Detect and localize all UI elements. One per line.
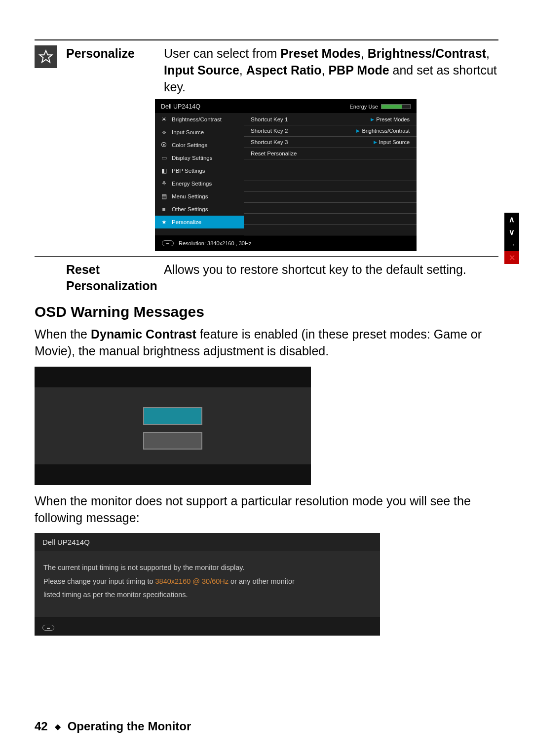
- msg-body: The current input timing is not supporte…: [35, 551, 380, 617]
- msg-line: listed timing as per the monitor specifi…: [43, 588, 371, 602]
- personalize-icon: [35, 45, 57, 68]
- menu-label: Color Settings: [172, 142, 207, 148]
- empty-row: [244, 225, 417, 235]
- key: Reset Personalize: [251, 151, 320, 156]
- shortcut-3[interactable]: Shortcut Key 3▶Input Source: [244, 137, 417, 148]
- osd-screenshot: Dell UP2414Q Energy Use ☀Brightness/Cont…: [155, 99, 498, 251]
- dialog-screenshot: [35, 367, 311, 485]
- msg-footer: ▬: [35, 617, 380, 636]
- text-bold: Brightness/Contrast: [368, 46, 486, 60]
- text: Please change your input timing to: [43, 577, 155, 585]
- divider-top: [35, 39, 498, 40]
- footer-title: Operating the Monitor: [68, 719, 191, 733]
- nav-close-button[interactable]: ✕: [504, 251, 519, 264]
- text-bold: Aspect Ratio: [246, 63, 322, 77]
- menu-energy[interactable]: ⚘Energy Settings: [155, 177, 244, 190]
- personalize-label: Personalize: [66, 45, 155, 62]
- msg-line: The current input timing is not supporte…: [43, 561, 371, 575]
- osd-nav-buttons: ∧ ∨ → ✕: [504, 213, 519, 264]
- triangle-icon: ▶: [371, 117, 374, 122]
- color-icon: ⦿: [160, 141, 168, 149]
- reset-row: Reset Personalization Allows you to rest…: [66, 262, 498, 294]
- menu-label: Brightness/Contrast: [172, 116, 222, 122]
- key: Shortcut Key 1: [251, 116, 320, 122]
- text: ,: [361, 46, 368, 60]
- osd-submenu: Shortcut Key 1▶Preset Modes Shortcut Key…: [244, 113, 417, 235]
- val: Brightness/Contrast: [362, 128, 410, 134]
- text: or any other monitor: [228, 577, 295, 585]
- menu-pbp[interactable]: ◧PBP Settings: [155, 164, 244, 177]
- menu-input-source[interactable]: ⎆Input Source: [155, 126, 244, 139]
- text: ,: [486, 46, 490, 60]
- energy-bar-icon: [381, 104, 411, 109]
- triangle-icon: ▶: [374, 140, 377, 145]
- empty-row: [244, 203, 417, 214]
- nav-enter-button[interactable]: →: [504, 238, 519, 251]
- text-bold: Dynamic Contrast: [91, 327, 196, 341]
- triangle-icon: ▶: [356, 128, 360, 133]
- val: Preset Modes: [376, 116, 410, 122]
- page-footer: 42 ◆ Operating the Monitor: [35, 719, 191, 733]
- empty-row: [244, 214, 417, 225]
- reset-desc: Allows you to restore shortcut key to th…: [164, 262, 498, 294]
- osd-header: Dell UP2414Q Energy Use: [155, 99, 417, 113]
- empty-row: [244, 170, 417, 181]
- menu-personalize[interactable]: ★Personalize: [155, 216, 244, 228]
- menu-label: Display Settings: [172, 155, 212, 161]
- pbp-icon: ◧: [160, 167, 168, 175]
- empty-row: [244, 159, 417, 170]
- menu-label: Input Source: [172, 129, 204, 135]
- warning-para-2: When the monitor does not support a part…: [35, 493, 498, 527]
- empty-row: [244, 192, 417, 203]
- osd-menu: ☀Brightness/Contrast ⎆Input Source ⦿Colo…: [155, 113, 244, 235]
- msg-line: Please change your input timing to 3840x…: [43, 575, 371, 589]
- energy-icon: ⚘: [160, 180, 168, 188]
- menu-menu[interactable]: ▤Menu Settings: [155, 190, 244, 203]
- text-bold: Input Source: [164, 63, 239, 77]
- nav-up-button[interactable]: ∧: [504, 213, 519, 226]
- reset-personalize[interactable]: Reset Personalize: [244, 148, 417, 159]
- menu-brightness[interactable]: ☀Brightness/Contrast: [155, 113, 244, 126]
- other-icon: ≡: [160, 205, 168, 213]
- dialog-button-secondary[interactable]: [143, 432, 202, 450]
- display-icon: ▭: [160, 154, 168, 162]
- menu-label: Personalize: [172, 219, 201, 225]
- page-number: 42: [35, 719, 48, 733]
- svg-marker-0: [40, 51, 52, 63]
- menu-display[interactable]: ▭Display Settings: [155, 151, 244, 164]
- text-bold: PBP Mode: [328, 63, 389, 77]
- key: Shortcut Key 3: [251, 139, 320, 145]
- val: Input Source: [379, 139, 410, 145]
- nav-down-button[interactable]: ∨: [504, 226, 519, 238]
- divider-mid: [35, 256, 498, 257]
- reset-label: Reset Personalization: [66, 262, 155, 294]
- menu-label: Other Settings: [172, 206, 208, 212]
- menu-icon: ▤: [160, 192, 168, 200]
- empty-row: [244, 181, 417, 192]
- star-icon: ★: [160, 218, 168, 226]
- menu-other[interactable]: ≡Other Settings: [155, 203, 244, 216]
- menu-color[interactable]: ⦿Color Settings: [155, 139, 244, 151]
- dialog-header: [35, 367, 311, 387]
- key: Shortcut Key 2: [251, 128, 320, 134]
- shortcut-2[interactable]: Shortcut Key 2▶Brightness/Contrast: [244, 125, 417, 137]
- brightness-icon: ☀: [160, 115, 168, 123]
- menu-label: Energy Settings: [172, 181, 212, 187]
- dialog-button-primary[interactable]: [143, 407, 202, 425]
- msg-model: Dell UP2414Q: [35, 533, 380, 551]
- text-highlight: 3840x2160 @ 30/60Hz: [155, 577, 229, 585]
- shortcut-1[interactable]: Shortcut Key 1▶Preset Modes: [244, 114, 417, 125]
- osd-footer: ▬ Resolution: 3840x2160 , 30Hz: [155, 235, 417, 251]
- diamond-icon: ◆: [55, 722, 61, 731]
- osd-warning-heading: OSD Warning Messages: [35, 303, 498, 320]
- menu-label: PBP Settings: [172, 168, 205, 174]
- personalize-desc: User can select from Preset Modes, Brigh…: [164, 45, 498, 95]
- warning-para-1: When the Dynamic Contrast feature is ena…: [35, 326, 498, 360]
- port-icon: ▬: [162, 240, 174, 246]
- text-bold: Preset Modes: [280, 46, 361, 60]
- osd-model: Dell UP2414Q: [161, 103, 200, 110]
- menu-label: Menu Settings: [172, 193, 208, 199]
- text: When the: [35, 327, 91, 341]
- unsupported-msg-screenshot: Dell UP2414Q The current input timing is…: [35, 533, 380, 636]
- energy-label: Energy Use: [350, 104, 378, 110]
